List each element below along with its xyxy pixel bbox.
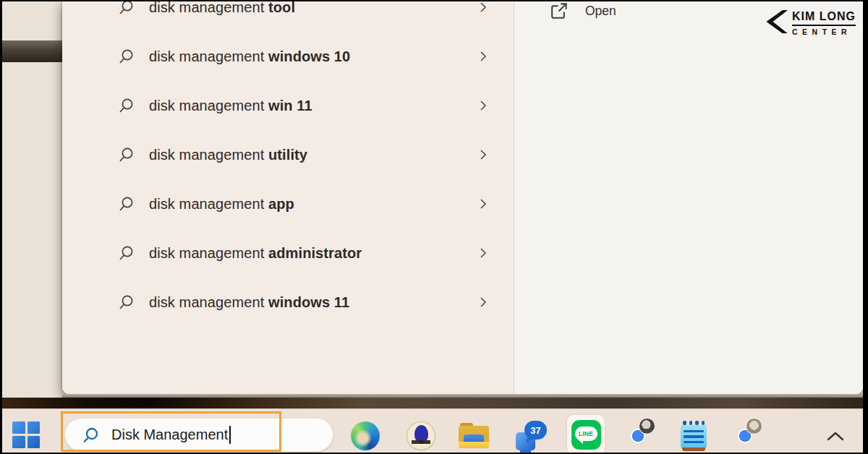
taskbar: Disk Management 37 LINE — [0, 408, 868, 454]
suggestion-suffix: windows 11 — [268, 294, 349, 310]
search-preview-pane: Open KIM LONG CENTER — [514, 0, 863, 394]
suggestion-suffix: administrator — [268, 245, 362, 261]
suggestion-prefix: disk management — [149, 245, 264, 261]
taskbar-search-box[interactable]: Disk Management — [64, 418, 333, 452]
taskbar-icon-edge[interactable] — [349, 420, 381, 452]
suggestion-prefix: disk management — [149, 147, 264, 163]
suggestion-prefix: disk management — [149, 48, 264, 64]
search-icon — [117, 0, 135, 16]
taskbar-icon-chrome-1[interactable] — [622, 420, 654, 452]
unread-count-badge: 37 — [524, 421, 547, 440]
taskbar-icon-notepad[interactable] — [678, 420, 710, 452]
brand-line1: KIM LONG — [792, 10, 856, 26]
suggestion-row-win-11[interactable]: disk management win 11 — [62, 81, 514, 130]
suggestion-suffix: win 11 — [268, 98, 312, 113]
suggestion-row-windows-11[interactable]: disk management windows 11 — [62, 278, 514, 327]
taskbar-icon-file-explorer[interactable] — [458, 420, 490, 452]
chevron-right-icon[interactable] — [477, 149, 489, 160]
chevron-right-icon[interactable] — [477, 198, 489, 210]
chevron-right-icon[interactable] — [477, 51, 489, 62]
search-icon — [117, 244, 135, 262]
suggestion-suffix: app — [268, 196, 294, 212]
brand-chevron-icon — [763, 10, 788, 36]
profile-avatar — [746, 418, 762, 434]
suggestion-row-tool[interactable]: disk management tool — [62, 0, 514, 32]
suggestion-row-utility[interactable]: disk management utility — [62, 130, 514, 179]
suggestion-prefix: disk management — [149, 196, 264, 212]
edge-icon — [351, 421, 380, 450]
suggestion-row-administrator[interactable]: disk management administrator — [62, 228, 514, 278]
pin-app-icon — [407, 421, 435, 450]
suggestion-suffix: windows 10 — [268, 48, 350, 64]
line-icon-label: LINE — [575, 427, 597, 441]
chevron-right-icon[interactable] — [477, 100, 489, 111]
text-cursor — [229, 426, 231, 444]
suggestion-prefix: disk management — [149, 0, 264, 15]
windows-logo-icon — [12, 421, 25, 434]
kim-long-center-watermark: KIM LONG CENTER — [763, 10, 856, 36]
suggestion-row-windows-10[interactable]: disk management windows 10 — [62, 32, 514, 81]
windows-search-screenshot: disk management tool disk management win… — [0, 0, 868, 454]
teams-chat-icon: 37 — [515, 421, 547, 451]
search-icon — [117, 294, 135, 311]
start-button[interactable] — [12, 421, 40, 448]
desktop-wallpaper-band — [0, 40, 62, 62]
chevron-right-icon[interactable] — [477, 1, 489, 13]
taskbar-icon-app[interactable] — [405, 420, 437, 452]
line-icon: LINE — [571, 420, 601, 450]
show-hidden-icons-button[interactable] — [820, 420, 851, 452]
suggestion-suffix: utility — [268, 147, 307, 163]
notepad-icon — [681, 421, 707, 451]
suggestion-row-app[interactable]: disk management app — [62, 179, 514, 228]
taskbar-icon-chrome-2[interactable] — [729, 420, 761, 452]
brand-line2: CENTER — [792, 27, 856, 36]
search-icon — [81, 426, 100, 445]
suggestion-prefix: disk management — [149, 294, 264, 310]
search-icon — [117, 146, 135, 163]
taskbar-icon-line[interactable]: LINE — [567, 415, 605, 454]
open-command[interactable]: Open — [549, 0, 616, 26]
suggestion-prefix: disk management — [149, 98, 264, 113]
search-flyout-panel: disk management tool disk management win… — [62, 0, 863, 394]
search-icon — [117, 48, 135, 65]
search-icon — [117, 195, 135, 213]
suggestion-suffix: tool — [268, 0, 295, 15]
chevron-right-icon[interactable] — [477, 247, 489, 259]
external-link-icon — [549, 1, 569, 21]
open-label: Open — [585, 4, 616, 19]
search-suggestions-pane: disk management tool disk management win… — [62, 0, 514, 394]
chevron-right-icon[interactable] — [477, 296, 489, 308]
search-input-value: Disk Management — [111, 427, 228, 443]
file-explorer-icon — [459, 423, 489, 449]
chrome-icon — [624, 421, 652, 450]
search-icon — [117, 97, 135, 114]
taskbar-icon-chat[interactable]: 37 — [515, 420, 547, 452]
desktop-shadow-band — [0, 398, 868, 408]
profile-avatar — [639, 418, 655, 434]
chrome-icon — [731, 421, 760, 450]
suggestion-list: disk management tool disk management win… — [62, 0, 514, 327]
chevron-up-icon — [826, 430, 845, 442]
